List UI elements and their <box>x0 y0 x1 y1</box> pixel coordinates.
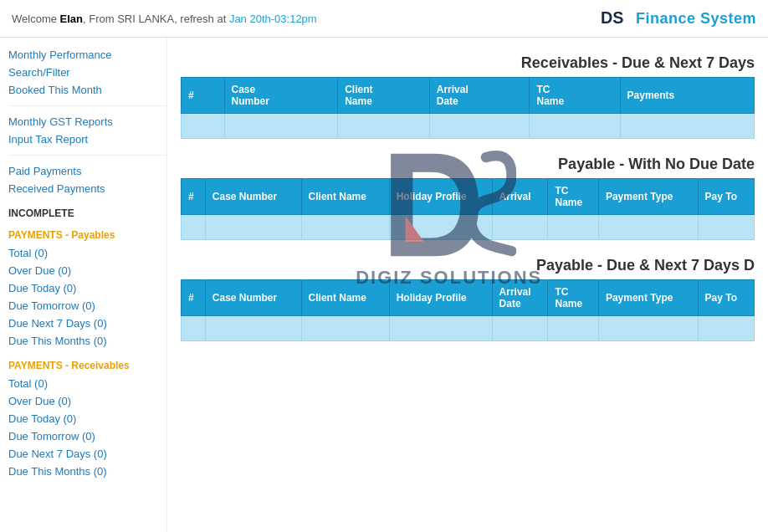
col-client-name-2: Client Name <box>301 179 389 215</box>
brand-logo: DS <box>601 7 631 30</box>
app-header: Welcome Elan, From SRI LANKA, refresh at… <box>0 0 768 38</box>
col-payments-1: Payments <box>620 78 754 114</box>
col-tc-name-3: TCName <box>548 280 598 316</box>
col-arrival-date-1: ArrivalDate <box>429 78 530 114</box>
username: Elan <box>60 13 83 25</box>
col-arrival-date-3: ArrivalDate <box>492 280 548 316</box>
svg-text:DS: DS <box>601 8 623 27</box>
sidebar-item-due-this-months-payable[interactable]: Due This Months (0) <box>8 332 166 350</box>
sidebar-item-total-receivable[interactable]: Total (0) <box>8 375 166 392</box>
main-content: DIGIZ SOLUTIONS Receivables - Due & Next… <box>167 38 768 532</box>
incomplete-label: INCOMPLETE <box>8 207 166 219</box>
col-payment-type-3: Payment Type <box>598 280 698 316</box>
col-client-name-3: Client Name <box>301 280 389 316</box>
col-hash-2: # <box>182 179 206 215</box>
sidebar-item-due-today-payable[interactable]: Due Today (0) <box>8 279 166 297</box>
payable-no-due-title: Payable - With No Due Date <box>181 156 755 173</box>
refresh-prefix: , refresh at <box>174 13 229 25</box>
col-client-name-1: ClientName <box>338 78 430 114</box>
payables-label: PAYMENTS - Payables <box>8 229 166 241</box>
table-row <box>182 114 755 139</box>
col-case-number-1: CaseNumber <box>224 78 338 114</box>
sidebar-item-over-due-payable[interactable]: Over Due (0) <box>8 262 166 279</box>
col-case-number-2: Case Number <box>205 179 301 215</box>
sidebar-item-due-next-7-days-payable[interactable]: Due Next 7 Days (0) <box>8 315 166 332</box>
payable-due-7days-table: # Case Number Client Name Holiday Profil… <box>181 279 755 341</box>
sidebar-item-due-next-7-days-receivable[interactable]: Due Next 7 Days (0) <box>8 445 166 463</box>
sidebar-divider-2 <box>8 155 166 156</box>
sidebar-item-received-payments[interactable]: Received Payments <box>8 180 166 197</box>
welcome-message: Welcome Elan, From SRI LANKA, refresh at… <box>12 13 317 25</box>
sidebar-item-due-tomorrow-receivable[interactable]: Due Tomorrow (0) <box>8 427 166 445</box>
col-pay-to-2: Pay To <box>698 179 755 215</box>
brand-name: Finance System <box>636 10 756 28</box>
col-holiday-profile-3: Holiday Profile <box>389 280 492 316</box>
sidebar-item-due-this-months-receivable[interactable]: Due This Months (0) <box>8 463 166 480</box>
col-hash-3: # <box>182 280 206 316</box>
col-tc-name-2: TCName <box>548 179 598 215</box>
main-layout: Monthly Performance Search/Filter Booked… <box>0 38 768 532</box>
location-prefix: , From <box>83 13 117 25</box>
sidebar: Monthly Performance Search/Filter Booked… <box>0 38 167 532</box>
sidebar-item-monthly-gst-reports[interactable]: Monthly GST Reports <box>8 113 166 130</box>
col-payment-type-2: Payment Type <box>598 179 698 215</box>
brand-area: DS Finance System <box>601 7 756 30</box>
sidebar-item-total-payable[interactable]: Total (0) <box>8 244 166 262</box>
col-case-number-3: Case Number <box>205 280 301 316</box>
receivables-label: PAYMENTS - Receivables <box>8 360 166 371</box>
sidebar-item-due-today-receivable[interactable]: Due Today (0) <box>8 410 166 427</box>
location: SRI LANKA <box>117 13 174 25</box>
sidebar-item-monthly-performance[interactable]: Monthly Performance <box>8 46 166 64</box>
payable-due-7days-title: Payable - Due & Next 7 Days D <box>181 257 755 274</box>
sidebar-item-search-filter[interactable]: Search/Filter <box>8 64 166 81</box>
finance-label: Finance System <box>636 10 756 27</box>
sidebar-item-booked-this-month[interactable]: Booked This Month <box>8 81 166 99</box>
table-row <box>182 316 755 341</box>
sidebar-item-paid-payments[interactable]: Paid Payments <box>8 162 166 180</box>
col-pay-to-3: Pay To <box>698 280 755 316</box>
welcome-prefix: Welcome <box>12 13 60 25</box>
refresh-date: Jan 20th-03:12pm <box>229 13 317 25</box>
sidebar-item-input-tax-report[interactable]: Input Tax Report <box>8 130 166 148</box>
sidebar-divider-1 <box>8 105 166 106</box>
col-holiday-profile-2: Holiday Profile <box>389 179 492 215</box>
sidebar-item-over-due-receivable[interactable]: Over Due (0) <box>8 392 166 410</box>
col-arrival-2: Arrival <box>492 179 548 215</box>
receivables-due-table: # CaseNumber ClientName ArrivalDate TCNa… <box>181 77 755 139</box>
col-tc-name-1: TCName <box>530 78 620 114</box>
receivables-due-title: Receivables - Due & Next 7 Days <box>181 54 755 72</box>
sidebar-item-due-tomorrow-payable[interactable]: Due Tomorrow (0) <box>8 297 166 315</box>
table-row <box>182 215 755 240</box>
col-hash-1: # <box>182 78 225 114</box>
payable-no-due-table: # Case Number Client Name Holiday Profil… <box>181 178 755 240</box>
